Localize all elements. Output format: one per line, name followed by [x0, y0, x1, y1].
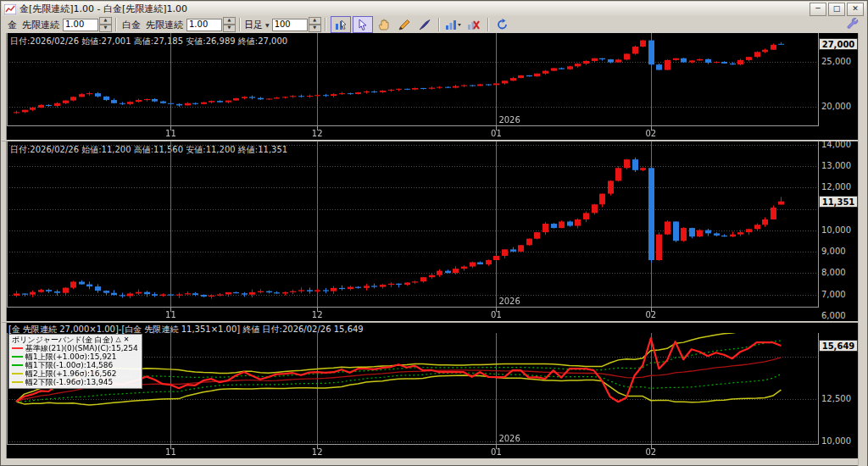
gold-xaxis-month-label: 12 [309, 129, 326, 138]
gold-current-price: 27,000 [819, 38, 858, 50]
legend-item: 幅2下限(-1.96σ):13,945 [12, 378, 138, 386]
platinum-multiplier-up-icon[interactable]: ▲ [223, 17, 236, 25]
legend-item: 幅1下限(-1.00σ):14,586 [12, 361, 138, 369]
gold-multiplier-down-icon[interactable]: ▼ [99, 25, 112, 32]
legend-line-swatch [12, 347, 23, 349]
spread-xaxis-year-label: 2026 [498, 434, 520, 443]
legend-item-label: 幅1下限(-1.00σ):14,586 [25, 361, 113, 369]
spread-xaxis-month-label: 01 [487, 447, 504, 457]
toolbar-separator [325, 18, 326, 31]
delete-chart-icon [467, 19, 481, 31]
platinum-series-label: 先限連続 [146, 19, 183, 31]
chart-region: 日付:2026/02/26 始値:27,001 高値:27,185 安値:26,… [2, 33, 859, 458]
platinum-multiplier-input[interactable]: 1.00 [186, 19, 222, 31]
window-title: 金[先限連続]1.00 - 白金[先限連続]1.00 [19, 3, 187, 15]
platinum-yaxis-tick: 13,000 [821, 161, 851, 170]
platinum-yaxis-tick: 12,000 [821, 182, 851, 191]
settings-button[interactable] [847, 18, 859, 31]
gold-yaxis-tick: 25,000 [821, 57, 851, 66]
legend-item: 幅2上限(+1.96σ):16,562 [12, 369, 138, 378]
spread-yaxis-tick: 12,500 [821, 394, 851, 403]
refresh-icon [496, 19, 509, 31]
toolbar: 金 先限連続 1.00 ▲▼ 白金 先限連続 1.00 ▲▼ 日足 ▼ 100 … [2, 16, 866, 33]
platinum-yaxis-tick: 14,000 [821, 140, 851, 149]
title-bar[interactable]: 金[先限連続]1.00 - 白金[先限連続]1.00 ─ □ ✕ [2, 2, 866, 17]
chart-type-button[interactable] [444, 17, 463, 32]
spread-xaxis-month-label: 12 [309, 447, 326, 457]
legend-line-swatch [12, 373, 23, 374]
draw-line-button[interactable] [395, 17, 414, 32]
legend-line-swatch [12, 381, 23, 383]
gold-xaxis-year-label: 2026 [498, 115, 520, 125]
gold-multiplier-input[interactable]: 1.00 [63, 19, 98, 31]
platinum-yaxis-tick: 7,000 [821, 290, 846, 299]
remove-indicator-button[interactable] [465, 17, 483, 32]
platinum-xaxis-month-label: 01 [487, 310, 504, 319]
bar-count-input[interactable]: 100 [272, 19, 308, 31]
legend-item-label: 基準線(21)(0)(SMA)(C):15,254 [25, 344, 138, 352]
platinum-yaxis-tick: 6,000 [821, 311, 846, 320]
legend-close-icon[interactable]: ✕ [124, 336, 130, 344]
legend-item-label: 幅2上限(+1.96σ):16,562 [25, 369, 117, 378]
gold-xaxis-month-label: 02 [643, 129, 659, 138]
select-tool-button[interactable] [353, 16, 373, 33]
chart-window: 金[先限連続]1.00 - 白金[先限連続]1.00 ─ □ ✕ 金 先限連続 … [0, 0, 868, 466]
spread-xaxis-month-label: 11 [162, 447, 179, 457]
platinum-xaxis-month-label: 02 [643, 310, 659, 319]
bar-count-down-icon[interactable]: ▼ [309, 25, 321, 32]
cursor-icon [357, 19, 369, 31]
gold-label: 金 [8, 19, 17, 31]
platinum-yaxis-tick: 8,000 [821, 268, 846, 277]
chart-pointer-icon [334, 19, 348, 31]
platinum-current-price: 11,351 [819, 196, 858, 208]
bar-count-up-icon[interactable]: ▲ [309, 17, 321, 25]
maximize-button[interactable]: □ [828, 3, 845, 16]
gold-chart-canvas[interactable] [7, 33, 819, 126]
platinum-chart-canvas[interactable] [7, 141, 819, 308]
bollinger-legend: ボリンジャーバンド(金 白金)△✕基準線(21)(0)(SMA)(C):15,2… [8, 334, 142, 389]
legend-item-label: 幅1上限(+1.00σ):15,921 [25, 352, 117, 361]
gold-xaxis-month-label: 01 [487, 129, 504, 138]
toolbar-separator [487, 18, 489, 31]
platinum-yaxis-tick: 10,000 [821, 225, 851, 235]
toolbar-separator [239, 18, 241, 31]
gold-yaxis-tick: 20,000 [821, 102, 851, 111]
gold-series-label: 先限連続 [22, 19, 59, 31]
pen-icon [418, 19, 431, 31]
platinum-label: 白金 [122, 19, 141, 31]
close-button[interactable]: ✕ [847, 3, 864, 16]
legend-line-swatch [12, 364, 23, 366]
gold-xaxis-month-label: 11 [162, 129, 179, 138]
timeframe-select[interactable]: 日足 ▼ [244, 19, 270, 31]
platinum-xaxis-month-label: 12 [309, 310, 326, 319]
right-frame [858, 33, 867, 466]
pan-tool-button[interactable] [375, 17, 393, 32]
spread-yaxis-tick: 10,000 [821, 436, 851, 446]
platinum-yaxis-tick: 9,000 [821, 247, 846, 256]
toolbar-separator [438, 18, 440, 31]
spread-xaxis-month-label: 02 [643, 447, 659, 457]
minimize-button[interactable]: ─ [810, 3, 826, 16]
pencil-icon [398, 19, 410, 31]
gold-multiplier-up-icon[interactable]: ▲ [99, 17, 112, 25]
platinum-multiplier-down-icon[interactable]: ▼ [223, 25, 236, 32]
legend-line-swatch [12, 356, 23, 358]
refresh-button[interactable] [493, 17, 512, 32]
panel-separator[interactable] [2, 321, 859, 323]
hand-icon [377, 19, 390, 31]
annotate-pen-button[interactable] [415, 17, 434, 32]
gold-multiplier-spinner[interactable]: 1.00 ▲▼ [63, 17, 112, 32]
platinum-xaxis-month-label: 11 [162, 310, 179, 319]
bollinger-legend-title: ボリンジャーバンド(金 白金) [12, 336, 114, 344]
bar-count-spinner[interactable]: 100 ▲▼ [272, 17, 321, 32]
legend-item: 幅1上限(+1.00σ):15,921 [12, 352, 138, 361]
crosshair-tool-button[interactable] [331, 16, 351, 33]
legend-collapse-icon[interactable]: △ [116, 336, 121, 344]
window-chart-icon [4, 4, 16, 14]
platinum-multiplier-spinner[interactable]: 1.00 ▲▼ [186, 17, 236, 32]
legend-item-label: 幅2下限(-1.96σ):13,945 [25, 378, 113, 386]
toolbar-separator [115, 18, 117, 31]
bollinger-legend-title-row: ボリンジャーバンド(金 白金)△✕ [12, 336, 138, 344]
wrench-icon [847, 18, 859, 29]
platinum-xaxis-year-label: 2026 [498, 297, 520, 306]
